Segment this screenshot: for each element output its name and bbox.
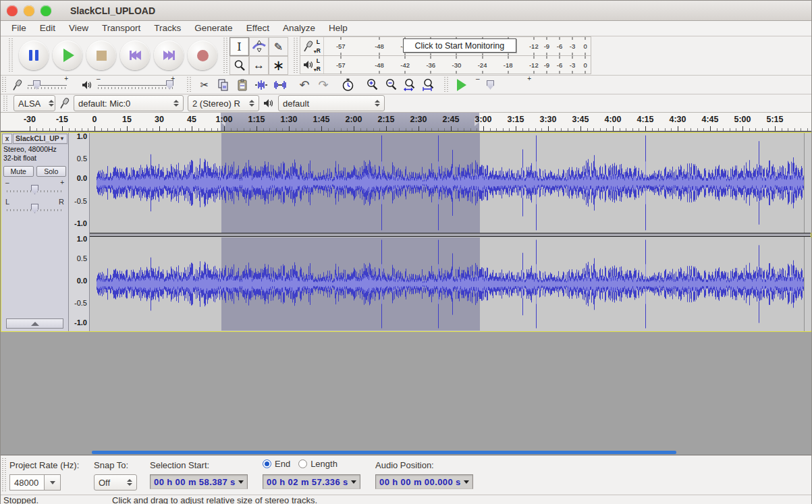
track-gain-slider[interactable]: –+ <box>7 184 63 193</box>
recording-volume-slider[interactable]: + <box>28 80 67 90</box>
menu-tracks[interactable]: Tracks <box>147 22 188 35</box>
menu-transport[interactable]: Transport <box>95 22 147 35</box>
horizontal-scrollbar[interactable] <box>92 451 676 454</box>
zoom-tool-button[interactable] <box>229 56 249 75</box>
skip-to-end-button[interactable] <box>154 40 184 70</box>
meter-db-label: -12 <box>529 61 539 68</box>
waveform-channel-right[interactable] <box>90 237 811 331</box>
snap-to-dropdown[interactable]: Off <box>94 474 137 491</box>
envelope-tool-button[interactable] <box>249 37 269 56</box>
meter-tick <box>572 71 573 74</box>
dropdown-arrow-icon <box>351 480 356 484</box>
cut-button[interactable]: ✂ <box>196 77 213 93</box>
timeline-ruler[interactable]: -30-1501530451:001:151:301:452:002:152:3… <box>1 113 811 132</box>
playback-volume-slider[interactable]: –+ <box>98 80 173 90</box>
selection-start-field[interactable]: 00 h 00 m 58.387 s <box>150 474 248 489</box>
timeline-major-tick <box>224 126 225 131</box>
track-collapse-button[interactable] <box>6 318 63 329</box>
menu-help[interactable]: Help <box>322 22 354 35</box>
meter-tick <box>572 37 573 40</box>
paste-button[interactable] <box>234 77 251 93</box>
zoom-out-button[interactable] <box>382 77 400 93</box>
play-speed-slider[interactable]: –+ <box>477 80 530 90</box>
menu-generate[interactable]: Generate <box>188 22 239 35</box>
toolbar-grip[interactable] <box>223 38 228 74</box>
minimize-window-button[interactable] <box>24 5 34 16</box>
playback-device-dropdown[interactable]: default <box>278 95 385 111</box>
close-window-button[interactable] <box>7 5 18 16</box>
trim-audio-button[interactable] <box>252 77 270 93</box>
fit-selection-button[interactable] <box>401 77 418 93</box>
recording-meter[interactable]: LR -57-48-42-36-30-24-18-12-9-6-30 Click… <box>300 37 591 55</box>
timeline-label: 1:00 <box>215 115 232 124</box>
dropdown-arrow-icon[interactable] <box>45 474 61 491</box>
redo-icon: ↷ <box>318 78 328 92</box>
recording-channels-dropdown[interactable]: 2 (Stereo) R <box>188 95 259 111</box>
timeline-label: 30 <box>155 115 164 124</box>
play-speed-thumb[interactable] <box>487 80 494 90</box>
undo-button[interactable]: ↶ <box>296 77 313 93</box>
project-rate-dropdown[interactable]: 48000 <box>9 474 61 491</box>
project-rate-label: Project Rate (Hz): <box>9 460 79 470</box>
skip-to-end-icon <box>163 51 175 60</box>
toolbar-grip[interactable] <box>3 96 8 111</box>
toolbar-grip[interactable] <box>2 77 7 92</box>
vertical-scale-left[interactable]: 1.00.50.0-0.5-1.01.00.50.0-0.5-1.0 <box>69 133 90 331</box>
meter-tick <box>508 56 508 59</box>
maximize-window-button[interactable] <box>40 5 51 16</box>
multi-tool-button[interactable]: ∗ <box>269 56 288 75</box>
track-title-menu[interactable]: SlackCLI_UP ▼ <box>13 134 67 144</box>
solo-button[interactable]: Solo <box>36 166 67 177</box>
play-at-speed-button[interactable] <box>450 79 472 91</box>
track-close-button[interactable]: x <box>2 134 12 144</box>
menu-view[interactable]: View <box>62 22 95 35</box>
track-area[interactable]: x SlackCLI_UP ▼ Stereo, 48000Hz 32-bit f… <box>1 132 811 455</box>
selection-tool-button[interactable]: I <box>229 37 249 56</box>
track-gain-thumb[interactable] <box>31 185 38 194</box>
draw-tool-button[interactable]: ✎ <box>269 37 288 56</box>
menu-edit[interactable]: Edit <box>33 22 62 35</box>
copy-button[interactable] <box>215 77 232 93</box>
waveform-display[interactable] <box>90 133 811 331</box>
timeline-minor-ticks <box>30 128 811 131</box>
toolbar-grip[interactable] <box>2 458 7 492</box>
playback-meter[interactable]: LR -57-48-42-36-30-24-18-12-9-6-30 <box>300 55 591 74</box>
timeline-label: -15 <box>56 115 68 124</box>
record-button[interactable] <box>188 40 217 70</box>
length-radio[interactable] <box>298 459 307 468</box>
meter-db-label: -57 <box>336 43 346 50</box>
toolbar-grip[interactable] <box>9 38 13 72</box>
toolbar-grip[interactable] <box>187 77 192 92</box>
channel-divider[interactable] <box>90 233 811 237</box>
menu-analyze[interactable]: Analyze <box>276 22 322 35</box>
track-pan-slider[interactable]: LR <box>7 202 63 212</box>
audio-host-dropdown[interactable]: ALSA <box>13 95 55 111</box>
play-button[interactable] <box>53 40 82 70</box>
track-end-strip <box>804 133 811 331</box>
monitor-tooltip[interactable]: Click to Start Monitoring <box>403 38 516 53</box>
pause-button[interactable] <box>19 40 49 70</box>
zoom-in-button[interactable] <box>363 77 381 93</box>
silence-audio-button[interactable] <box>271 77 289 93</box>
recording-device-dropdown[interactable]: default: Mic:0 <box>74 95 184 111</box>
skip-to-start-button[interactable] <box>120 40 150 70</box>
menu-file[interactable]: File <box>5 22 33 35</box>
end-radio[interactable] <box>263 459 271 468</box>
stop-button[interactable] <box>86 40 116 70</box>
menu-effect[interactable]: Effect <box>240 22 276 35</box>
timeshift-tool-button[interactable]: ↔ <box>249 56 269 75</box>
fit-project-button[interactable] <box>420 77 437 93</box>
meter-tick <box>508 71 508 74</box>
selection-end-field[interactable]: 00 h 02 m 57.336 s <box>263 474 360 489</box>
audio-position-field[interactable]: 00 h 00 m 00.000 s <box>375 474 473 489</box>
toolbar-grip[interactable] <box>444 77 449 92</box>
track-pan-thumb[interactable] <box>31 204 38 213</box>
sync-lock-button[interactable] <box>339 77 356 93</box>
waveform-channel-left[interactable] <box>90 133 811 233</box>
multitool-icon: ∗ <box>273 62 285 69</box>
toolbar-grip[interactable] <box>294 38 298 73</box>
timeline-major-tick <box>516 126 516 131</box>
redo-button[interactable]: ↷ <box>315 77 332 93</box>
mute-button[interactable]: Mute <box>3 166 34 177</box>
audio-track[interactable]: x SlackCLI_UP ▼ Stereo, 48000Hz 32-bit f… <box>1 132 811 332</box>
